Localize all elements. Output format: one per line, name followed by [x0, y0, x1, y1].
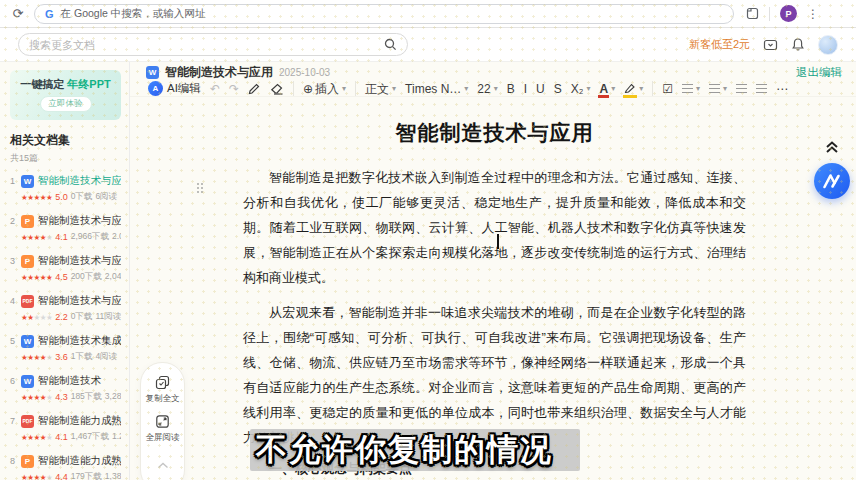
subscript-button[interactable]: X₂ ▾	[571, 83, 591, 95]
related-doc-item[interactable]: 8P智能制造能力成熟度…★★★★★4.4179下载1,384阅读	[10, 454, 121, 480]
underline-button[interactable]: U	[536, 83, 545, 95]
item-downloads: 185下载	[71, 391, 102, 403]
related-doc-item[interactable]: 3P智能制造技术与应用★★★★★4.5200下载2,045阅读	[10, 254, 121, 283]
item-index: 2	[10, 216, 17, 226]
search-icon[interactable]	[384, 38, 397, 51]
reload-icon[interactable]: ⟳	[10, 6, 26, 21]
strikethrough-button[interactable]: S	[554, 83, 562, 95]
address-bar[interactable]: G 在 Google 中搜索，或输入网址	[34, 4, 734, 24]
undo-button[interactable]: ↶	[210, 83, 220, 95]
item-index: 4	[10, 296, 17, 306]
word-file-icon: W	[21, 335, 34, 348]
italic-button[interactable]: I	[524, 83, 527, 95]
browser-panel-icon[interactable]	[746, 7, 759, 20]
assistant-fab-group	[814, 140, 850, 199]
insert-plus-icon: ⊕	[303, 83, 313, 95]
highlight-color-button[interactable]: ▾	[624, 83, 643, 95]
user-avatar[interactable]	[818, 35, 838, 55]
numbered-list-button[interactable]: ▾	[682, 84, 700, 93]
exit-edit-button[interactable]: 退出编辑	[796, 65, 842, 80]
bullet-list-icon	[709, 84, 720, 93]
promo-text[interactable]: 新客低至2元	[689, 37, 750, 52]
related-docs-sidebar: 一键搞定 年终PPT 立即体验 相关文档集 共15篇 1W智能制造技术与应用★★…	[0, 62, 130, 480]
floating-tools-panel: 复制全文 全屏阅读	[140, 362, 185, 480]
banner-text-left: 一键搞定	[20, 78, 64, 90]
star-rating: ★★★★★	[21, 233, 52, 242]
insert-button[interactable]: ⊕ 插入 ▾	[303, 83, 346, 95]
paragraph-2[interactable]: 从宏观来看，智能制造并非一味追求尖端技术的堆砌，而是在企业数字化转型的路径上，围…	[243, 300, 746, 450]
doc-header-title: 智能制造技术与应用	[165, 64, 273, 81]
related-doc-item[interactable]: 5W智能制造技术集成与…★★★★★3.61下载4阅读	[10, 334, 121, 363]
document-page[interactable]: 智能制造技术与应用 智能制造是把数字化技术嵌入到制造全过程中的理念和方法。它通过…	[130, 97, 856, 480]
format-painter-button[interactable]	[248, 82, 261, 95]
item-title: 智能制造能力成熟度…	[38, 454, 121, 468]
browser-profile-avatar[interactable]: P	[780, 5, 797, 22]
item-downloads: 0下载	[71, 191, 93, 203]
star-rating: ★★★★★	[21, 313, 52, 322]
item-rating: 4.4	[55, 472, 68, 480]
notification-bell-icon[interactable]	[791, 37, 805, 52]
ai-edit-button[interactable]: A AI编辑	[148, 81, 201, 96]
copy-full-text-button[interactable]: 复制全文	[146, 375, 180, 405]
numbered-list-icon	[682, 84, 693, 93]
pdf-file-icon: PDF	[21, 295, 34, 308]
checkbox-list-button[interactable]: ☑	[662, 83, 673, 95]
item-downloads: 2,966下载	[71, 231, 109, 243]
paragraph-style-select[interactable]: 正文 ▾	[365, 83, 396, 95]
indent-decrease-button[interactable]	[736, 84, 747, 93]
item-rating: 4.1	[55, 232, 68, 242]
ppt-file-icon: P	[21, 215, 34, 228]
bullet-list-button[interactable]: ▾	[709, 84, 727, 93]
related-doc-item[interactable]: 1W智能制造技术与应用★★★★★5.00下载6阅读	[10, 174, 121, 203]
scroll-top-chevrons-icon[interactable]	[824, 140, 840, 158]
paragraph-1[interactable]: 智能制造是把数字化技术嵌入到制造全过程中的理念和方法。它通过感知、连接、分析和自…	[243, 165, 746, 290]
item-reads: 6阅读	[95, 191, 117, 203]
bold-button[interactable]: B	[507, 83, 515, 95]
font-family-select[interactable]: Times N… ▾	[405, 83, 468, 95]
collapse-chevron-icon[interactable]	[157, 455, 169, 473]
banner-cta-button[interactable]: 立即体验	[40, 96, 92, 112]
more-tools-button[interactable]: ⋯	[776, 83, 788, 95]
banner-text-right: 年终PPT	[67, 78, 110, 90]
ppt-promo-banner[interactable]: 一键搞定 年终PPT 立即体验	[10, 70, 121, 120]
document-area: W 智能制造技术与应用 2025-10-03 退出编辑 A AI编辑 ↶ ↷	[130, 62, 856, 480]
item-title: 智能制造技术集成与…	[38, 334, 121, 348]
font-size-select[interactable]: 22 ▾	[477, 83, 497, 95]
word-file-icon: W	[21, 375, 34, 388]
doc-date: 2025-10-03	[279, 67, 330, 78]
browser-toolbar: ⟳ G 在 Google 中搜索，或输入网址 P ⋮	[0, 0, 856, 28]
related-doc-item[interactable]: 6W智能制造技术★★★★★4.3185下载3,284阅读	[10, 374, 121, 403]
clear-format-eraser-button[interactable]	[270, 83, 284, 95]
divider	[355, 81, 356, 96]
ai-assistant-fab[interactable]	[814, 163, 850, 199]
item-title: 智能制造技术	[38, 374, 121, 388]
text-cursor	[497, 234, 499, 249]
related-doc-item[interactable]: 2P智能制造技术与应用★★★★★4.12,966下载2.03W阅读	[10, 214, 121, 243]
font-color-button[interactable]: A ▾	[599, 83, 615, 95]
coupon-icon[interactable]	[763, 38, 778, 52]
item-downloads: 179下载	[71, 471, 102, 480]
doc-search-box[interactable]	[18, 33, 408, 56]
item-reads: 2,045阅读	[105, 271, 121, 283]
related-doc-item[interactable]: 4PDF智能制造技术与应用★★★★★2.20下载11阅读	[10, 294, 121, 323]
site-header: 新客低至2元	[0, 28, 856, 62]
redo-button[interactable]: ↷	[229, 83, 239, 95]
indent-increase-button[interactable]	[756, 84, 767, 93]
ppt-file-icon: P	[21, 455, 34, 468]
paragraph-drag-handle[interactable]	[196, 182, 203, 193]
item-rating: 4.1	[55, 432, 68, 442]
item-downloads: 1,467下载	[71, 431, 109, 443]
fullscreen-read-button[interactable]: 全屏阅读	[146, 414, 180, 444]
chevron-down-icon: ▾	[696, 85, 700, 93]
search-input[interactable]	[29, 39, 384, 51]
document-title: 智能制造技术与应用	[243, 119, 746, 147]
item-title: 智能制造技术与应用	[38, 254, 121, 268]
related-docs-count: 共15篇	[10, 152, 121, 165]
chevron-down-icon: ▾	[611, 85, 615, 93]
chevron-down-icon: ▾	[639, 85, 643, 93]
related-doc-item[interactable]: 7PDF智能制造能力成熟度…★★★★★4.11,467下载1.29W阅读	[10, 414, 121, 443]
browser-menu-icon[interactable]: ⋮	[807, 7, 819, 21]
fullscreen-read-label: 全屏阅读	[146, 432, 180, 444]
divider	[769, 7, 770, 21]
indent-decrease-icon	[736, 84, 747, 93]
